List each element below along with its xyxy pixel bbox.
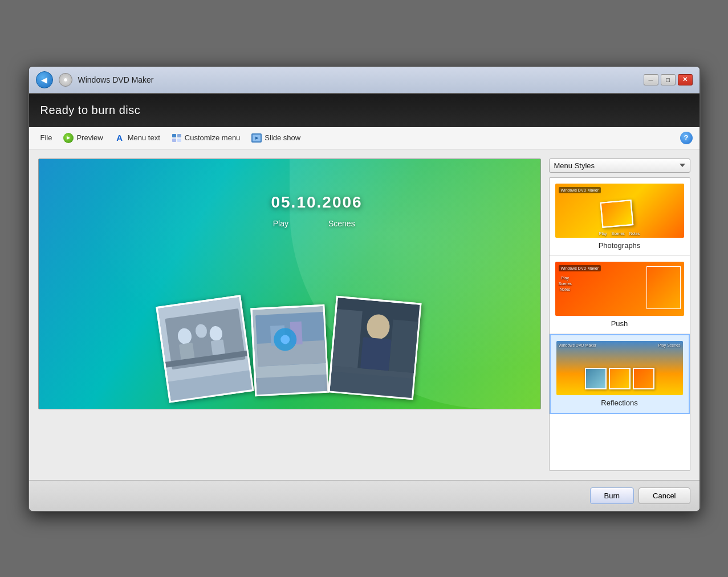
dropdown-arrow-icon: [680, 164, 685, 167]
scenes-nav-label[interactable]: Scenes: [328, 219, 355, 228]
close-button[interactable]: ✕: [678, 74, 693, 86]
window-controls: ─ □ ✕: [644, 74, 693, 86]
bottom-bar: Burn Cancel: [29, 480, 699, 511]
window-title: Windows DVD Maker: [78, 75, 154, 84]
header-title: Ready to burn disc: [40, 104, 141, 116]
photo-thumb-1: [156, 295, 254, 403]
reflections-thumbnail: Windows DVD Maker Play Scenes: [556, 341, 683, 395]
minimize-button[interactable]: ─: [644, 74, 658, 86]
preview-date: 05.10.2006: [271, 193, 362, 212]
menu-styles-dropdown[interactable]: Menu Styles: [549, 159, 690, 173]
cancel-button[interactable]: Cancel: [638, 487, 690, 504]
svg-rect-27: [388, 319, 421, 373]
push-label: Push: [555, 319, 684, 328]
photo-thumb-2: [250, 304, 329, 396]
thumb-photo-card: [600, 200, 634, 228]
back-button[interactable]: ◀: [36, 71, 53, 88]
style-item-push[interactable]: Windows DVD Maker Play Scenes Notes Push: [550, 256, 690, 334]
help-button[interactable]: ?: [680, 132, 693, 144]
play-icon: ▶: [63, 133, 74, 143]
slide-show-button[interactable]: ▶ Slide show: [247, 131, 305, 145]
style-item-reflections[interactable]: Windows DVD Maker Play Scenes Reflection…: [550, 334, 690, 414]
dvd-icon: [59, 73, 72, 87]
style-item-photographs[interactable]: Windows DVD Maker Play Scenes Notes Phot…: [550, 178, 690, 256]
customize-menu-button[interactable]: Customize menu: [167, 131, 245, 145]
maximize-button[interactable]: □: [661, 74, 676, 86]
main-content: 05.10.2006 Play Scenes: [29, 149, 699, 480]
file-menu[interactable]: File: [36, 131, 57, 144]
menu-text-button[interactable]: A Menu text: [110, 131, 165, 145]
slide-show-label: Slide show: [265, 133, 300, 142]
photographs-thumbnail: Windows DVD Maker Play Scenes Notes: [555, 184, 684, 238]
titlebar-left: ◀ Windows DVD Maker: [36, 71, 154, 88]
preview-label: Preview: [76, 133, 103, 142]
titlebar: ◀ Windows DVD Maker ─ □ ✕: [29, 67, 699, 94]
svg-rect-2: [172, 139, 176, 142]
right-panel: Menu Styles Windows DVD Maker Play: [549, 159, 690, 471]
styles-list[interactable]: Windows DVD Maker Play Scenes Notes Phot…: [549, 177, 690, 471]
header-bar: Ready to burn disc: [29, 94, 699, 127]
svg-rect-0: [172, 134, 176, 137]
preview-panel: 05.10.2006 Play Scenes: [38, 159, 541, 471]
push-thumb-title: Windows DVD Maker: [559, 265, 601, 271]
burn-button[interactable]: Burn: [590, 487, 634, 504]
svg-rect-25: [360, 337, 392, 371]
menu-text-label: Menu text: [128, 133, 160, 142]
photographs-label: Photographs: [555, 241, 684, 250]
file-label: File: [40, 133, 52, 142]
customize-menu-label: Customize menu: [185, 133, 241, 142]
svg-rect-3: [177, 139, 181, 142]
play-nav-label[interactable]: Play: [273, 219, 288, 228]
svg-rect-1: [177, 134, 181, 137]
preview-nav: Play Scenes: [273, 219, 355, 228]
main-window: ◀ Windows DVD Maker ─ □ ✕ Ready to burn …: [28, 66, 701, 512]
svg-rect-26: [332, 308, 363, 368]
customize-icon: [172, 133, 182, 143]
photo-thumb-3: [328, 295, 421, 399]
dropdown-label: Menu Styles: [554, 161, 680, 170]
reflections-label: Reflections: [556, 399, 683, 407]
slideshow-icon: ▶: [251, 133, 262, 143]
toolbar: File ▶ Preview A Menu text Customize men…: [29, 127, 699, 149]
text-icon: A: [115, 133, 125, 143]
thumb-title-overlay: Windows DVD Maker: [559, 187, 601, 193]
preview-button[interactable]: ▶ Preview: [59, 131, 107, 145]
photo-strip: [161, 295, 418, 392]
preview-area: 05.10.2006 Play Scenes: [38, 159, 541, 409]
push-thumbnail: Windows DVD Maker Play Scenes Notes: [555, 262, 684, 316]
